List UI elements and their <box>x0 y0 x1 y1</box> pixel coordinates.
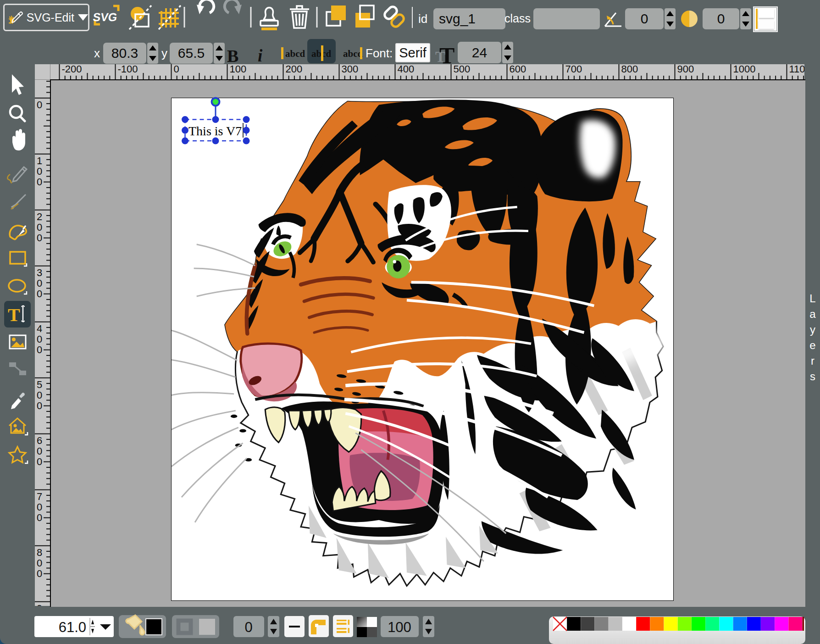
svg-text:800: 800 <box>621 64 638 75</box>
svg-text:61.0: 61.0 <box>59 619 86 635</box>
svg-text:0: 0 <box>37 501 42 513</box>
svg-text:0: 0 <box>37 176 42 188</box>
svg-text:0: 0 <box>37 456 42 467</box>
svg-text:0: 0 <box>37 222 42 233</box>
svg-text:600: 600 <box>510 64 526 75</box>
svg-text:4: 4 <box>37 323 42 334</box>
svg-text:0: 0 <box>37 166 42 177</box>
svg-text:6: 6 <box>37 435 42 446</box>
svg-text:900: 900 <box>677 64 694 75</box>
svg-text:1000: 1000 <box>733 64 756 75</box>
svg-text:7: 7 <box>37 491 42 502</box>
svg-text:9: 9 <box>37 603 42 606</box>
svg-text:0: 0 <box>37 288 42 300</box>
svg-text:500: 500 <box>454 64 471 75</box>
svg-text:T: T <box>8 305 20 325</box>
svg-text:-100: -100 <box>118 64 138 75</box>
svg-text:100: 100 <box>388 619 411 635</box>
svg-text:0: 0 <box>37 512 42 523</box>
svg-text:3: 3 <box>37 267 42 278</box>
svg-text:300: 300 <box>342 64 359 75</box>
svg-text:0: 0 <box>37 99 42 111</box>
svg-text:400: 400 <box>398 64 415 75</box>
svg-text:0: 0 <box>37 232 42 244</box>
svg-text:0: 0 <box>37 568 42 579</box>
svg-text:0: 0 <box>37 344 42 355</box>
svg-text:0: 0 <box>37 333 42 345</box>
svg-text:1100: 1100 <box>789 64 805 75</box>
svg-text:0: 0 <box>37 557 42 569</box>
svg-text:0: 0 <box>37 445 42 457</box>
svg-text:0: 0 <box>244 619 252 635</box>
svg-text:0: 0 <box>37 389 42 401</box>
svg-text:0: 0 <box>37 400 42 411</box>
svg-text:SVG: SVG <box>92 11 118 23</box>
svg-text:700: 700 <box>565 64 582 75</box>
svg-text:-200: -200 <box>62 64 82 75</box>
svg-text:2: 2 <box>37 211 42 222</box>
svg-text:0: 0 <box>174 64 179 75</box>
svg-text:8: 8 <box>37 547 42 558</box>
svg-text:200: 200 <box>286 64 303 75</box>
svg-text:0: 0 <box>37 278 42 289</box>
svg-text:5: 5 <box>37 379 42 390</box>
svg-text:1: 1 <box>37 155 42 167</box>
